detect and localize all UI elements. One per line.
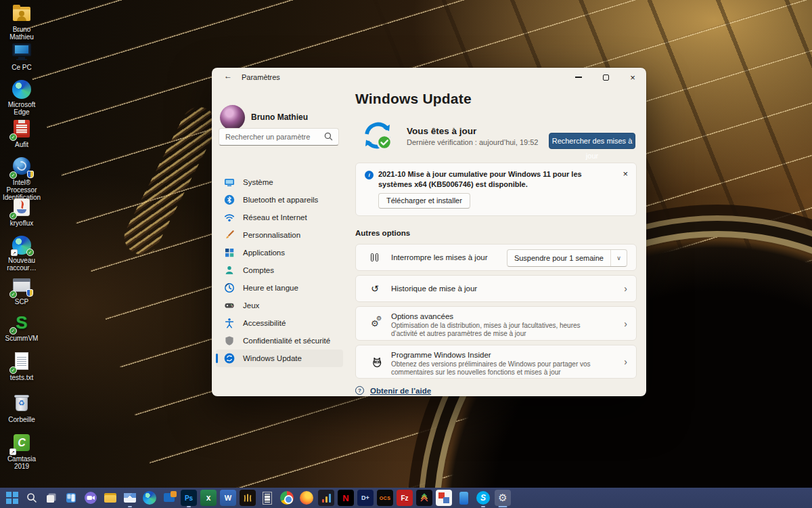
blue-app-button[interactable] <box>455 490 472 506</box>
pause-duration-dropdown[interactable]: Suspendre pour 1 semaine ∨ <box>507 249 627 267</box>
netflix-button[interactable]: N <box>338 490 354 506</box>
close-button[interactable]: × <box>619 68 646 87</box>
analytics-app-button[interactable] <box>318 490 334 506</box>
excel-button[interactable]: x <box>200 490 217 506</box>
update-history-row[interactable]: ↺ Historique de mise à jour › <box>355 275 637 302</box>
task-view-button[interactable] <box>43 490 60 506</box>
check-badge-icon: ✓ <box>26 249 34 256</box>
desktop-icon-user-folder[interactable]: Bruno Mathieu <box>1 4 42 41</box>
sidebar-item-time-language[interactable]: Heure et langue <box>216 279 343 297</box>
sidebar-item-network[interactable]: Réseau et Internet <box>216 209 343 226</box>
search-box[interactable] <box>219 128 339 146</box>
intel-processor-icon: ✓ <box>11 157 32 177</box>
widgets-button[interactable] <box>63 490 79 506</box>
check-updates-button[interactable]: Rechercher des mises à jour <box>549 133 635 149</box>
chrome-button[interactable] <box>279 490 295 506</box>
search-icon <box>324 132 333 141</box>
maximize-button[interactable] <box>592 68 619 87</box>
update-status-icon <box>360 118 395 153</box>
mail-button[interactable] <box>122 490 138 506</box>
sidebar-item-accessibility[interactable]: Accessibilité <box>216 314 343 332</box>
page-title: Windows Update <box>355 91 472 107</box>
file-explorer-button[interactable] <box>102 490 118 506</box>
check-badge-icon: ✓ <box>9 212 17 219</box>
pause-icon <box>371 253 378 261</box>
row-subtitle: Optimisation de la distribution, mises à… <box>391 322 601 337</box>
banner-close-icon[interactable]: × <box>623 169 628 179</box>
desktop-icon-tests-txt[interactable]: ✓ tests.txt <box>1 352 42 381</box>
person-icon <box>224 265 235 276</box>
disney-plus-button[interactable]: D+ <box>357 490 374 506</box>
colorful-app-button[interactable] <box>416 490 432 506</box>
avatar[interactable] <box>220 105 245 130</box>
recycle-bin-icon: ♻ <box>11 394 32 415</box>
floppy-disk-icon: ✓ <box>11 119 32 140</box>
notepad-button[interactable] <box>259 490 275 506</box>
insider-program-row[interactable]: Programme Windows Insider Obtenez des ve… <box>355 345 637 379</box>
minimize-button[interactable] <box>565 68 592 87</box>
scummvm-icon: S✓ <box>11 313 32 333</box>
start-button[interactable] <box>4 490 20 506</box>
sidebar-item-privacy[interactable]: Confidentialité et sécurité <box>216 332 343 350</box>
check-badge-icon: ✓ <box>9 171 17 179</box>
outlook-button[interactable] <box>161 490 177 506</box>
titlebar[interactable]: ← Paramètres × <box>212 68 646 87</box>
desktop-icon-scp[interactable]: ✓ SCP <box>1 276 42 305</box>
back-button[interactable]: ← <box>220 71 236 84</box>
search-input[interactable] <box>225 129 323 145</box>
pause-updates-row[interactable]: Interrompre les mises à jour Suspendre p… <box>355 244 637 271</box>
chat-button[interactable] <box>83 490 99 506</box>
filezilla-button[interactable]: Fz <box>397 490 413 506</box>
edge-shortcut-icon: ↗✓ <box>12 236 31 255</box>
status-headline: Vous êtes à jour <box>407 126 476 136</box>
ocs-button[interactable]: OCS <box>377 490 393 506</box>
get-help-link[interactable]: ? Obtenir de l’aide <box>355 386 431 395</box>
sidebar-item-bluetooth[interactable]: Bluetooth et appareils <box>216 191 343 209</box>
apps-grid-icon <box>224 247 235 258</box>
system-icon <box>224 177 235 188</box>
history-icon: ↺ <box>371 283 379 294</box>
desktop-icon-edge[interactable]: Microsoft Edge <box>1 80 42 116</box>
bluetooth-icon <box>224 194 235 205</box>
ninja-cat-icon <box>371 356 384 368</box>
sidebar-item-personalization[interactable]: Personnalisation <box>216 226 343 244</box>
sidebar-item-gaming[interactable]: Jeux <box>216 297 343 314</box>
desktop-icon-aufit[interactable]: ✓ Aufit <box>1 119 42 148</box>
advanced-options-row[interactable]: ⚙⚙ Options avancées Optimisation de la d… <box>355 306 637 341</box>
gamepad-icon <box>224 300 235 311</box>
search-button[interactable] <box>24 490 40 506</box>
desktop-icon-kryoflux[interactable]: ✓ kryoflux <box>1 198 42 227</box>
desktop-icon-scummvm[interactable]: S✓ ScummVM <box>1 313 42 342</box>
accessibility-icon <box>224 318 235 329</box>
banner-message: 2021-10 Mise à jour cumulative pour Wind… <box>378 169 602 189</box>
gears-icon: ⚙⚙ <box>371 318 379 329</box>
word-button[interactable]: W <box>220 490 236 506</box>
installer-icon: ✓ <box>11 276 32 297</box>
firefox-button[interactable] <box>298 490 315 506</box>
check-badge-icon: ✓ <box>9 133 17 141</box>
chevron-down-icon: ∨ <box>610 250 627 266</box>
sidebar-item-windows-update[interactable]: Windows Update <box>216 350 343 367</box>
skype-button[interactable]: S <box>475 490 491 506</box>
sidebar-item-accounts[interactable]: Comptes <box>216 261 343 279</box>
user-folder-icon <box>11 4 32 24</box>
video-editor-button[interactable] <box>436 490 452 506</box>
camtasia-icon: C↗ <box>11 433 32 454</box>
window-title: Paramètres <box>242 73 280 81</box>
desktop-icon-camtasia[interactable]: C↗ Camtasia 2019 <box>1 433 42 470</box>
info-icon: i <box>365 171 374 179</box>
taskbar: Ps x W N D+ OCS Fz S ⚙ <box>0 488 812 508</box>
sidebar-item-system[interactable]: Système <box>216 173 343 191</box>
desktop-icon-new-shortcut[interactable]: ↗✓ Nouveau raccour… <box>1 236 42 272</box>
atari-button[interactable] <box>240 490 256 506</box>
sidebar-item-apps[interactable]: Applications <box>216 244 343 261</box>
desktop-icon-this-pc[interactable]: Ce PC <box>1 42 42 71</box>
chevron-right-icon: › <box>624 318 627 329</box>
download-install-button[interactable]: Télécharger et installer <box>378 193 470 209</box>
clock-globe-icon <box>224 282 235 293</box>
desktop-icon-recycle-bin[interactable]: ♻ Corbeille <box>1 394 42 423</box>
edge-taskbar-button[interactable] <box>141 490 158 506</box>
settings-taskbar-button[interactable]: ⚙ <box>495 490 511 506</box>
photoshop-button[interactable]: Ps <box>181 490 197 506</box>
shortcut-arrow-icon: ↗ <box>11 249 18 256</box>
